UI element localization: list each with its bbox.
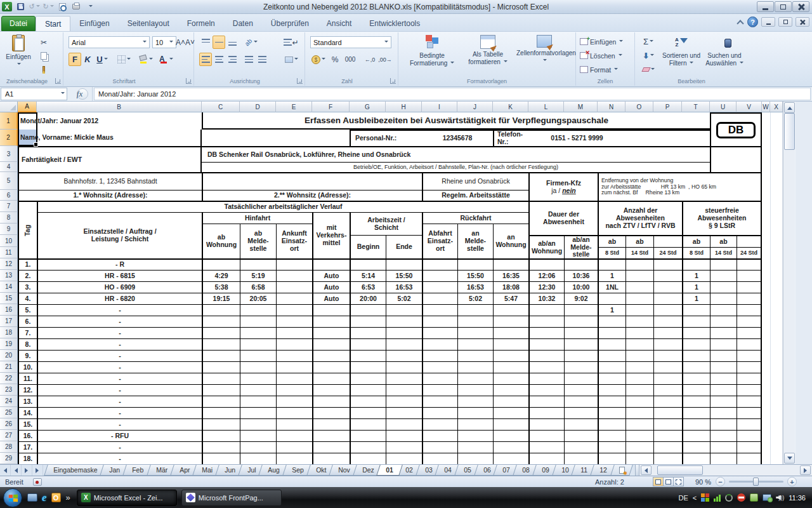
row-header-9[interactable]: 9 xyxy=(0,224,18,235)
column-header-I[interactable]: I xyxy=(422,102,457,112)
cell-T21[interactable] xyxy=(682,361,710,373)
column-header-T[interactable]: T xyxy=(682,102,710,112)
cell-K18[interactable] xyxy=(493,327,528,338)
cell-M25[interactable] xyxy=(564,407,598,418)
cell-V13[interactable] xyxy=(737,270,762,281)
column-header-M[interactable]: M xyxy=(564,102,598,112)
cell-L15[interactable]: 10:32 xyxy=(528,293,564,304)
copy-button[interactable] xyxy=(37,49,51,62)
row-header-18[interactable]: 18 xyxy=(0,327,18,338)
cell-J20[interactable] xyxy=(457,350,493,361)
cell-O17[interactable] xyxy=(625,316,653,327)
cell-K28[interactable] xyxy=(493,441,528,453)
cell-I29[interactable] xyxy=(422,453,457,464)
cell-H14[interactable]: 16:53 xyxy=(386,281,422,293)
column-header-G[interactable]: G xyxy=(350,102,386,112)
cell-B22[interactable]: - xyxy=(37,373,202,384)
workbook-close-button[interactable] xyxy=(796,17,809,27)
row-header-24[interactable]: 24 xyxy=(0,396,18,407)
cell-U16[interactable] xyxy=(710,304,737,316)
cell-K17[interactable] xyxy=(493,316,528,327)
cell-ab-u[interactable]: ab xyxy=(710,235,737,247)
cell-B20[interactable]: - xyxy=(37,350,202,361)
cell-M14[interactable]: 10:00 xyxy=(564,281,598,293)
cell-U13[interactable] xyxy=(710,270,737,281)
cell-V25[interactable] xyxy=(737,407,762,418)
cell-aban-meldestelle[interactable]: ab/an Melde- stelle xyxy=(564,235,598,258)
cell-U18[interactable] xyxy=(710,327,737,338)
cell-U12[interactable] xyxy=(710,258,737,270)
cell-aban-wohnung[interactable]: ab/an Wohnung xyxy=(528,235,564,258)
cell-N25[interactable] xyxy=(598,407,625,418)
cell-E16[interactable] xyxy=(276,304,312,316)
cell-ab-meldestelle[interactable]: ab Melde- stelle xyxy=(240,224,276,258)
tab-formeln[interactable]: Formeln xyxy=(178,16,224,31)
sort-filter-button[interactable]: AZ Sortieren und Filtern xyxy=(660,35,702,67)
cell-A2[interactable]: Name, Vorname: Mickie Maus xyxy=(18,130,202,146)
cell-M28[interactable] xyxy=(564,441,598,453)
cell-O20[interactable] xyxy=(625,350,653,361)
cell-N18[interactable] xyxy=(598,327,625,338)
cell-L17[interactable] xyxy=(528,316,564,327)
cell-F27[interactable] xyxy=(312,430,350,441)
cell-A1[interactable]: Monat/Jahr: Januar 2012 xyxy=(18,112,202,130)
cell-B16[interactable]: - xyxy=(37,304,202,316)
cell-M17[interactable] xyxy=(564,316,598,327)
cell-L26[interactable] xyxy=(528,418,564,430)
cell-C16[interactable] xyxy=(202,304,240,316)
cell-rueckfahrt[interactable]: Rückfahrt xyxy=(422,212,528,224)
cell-O19[interactable] xyxy=(625,338,653,350)
cell-J23[interactable] xyxy=(457,384,493,396)
cell-V19[interactable] xyxy=(737,338,762,350)
number-format-combo[interactable]: Standard xyxy=(310,36,391,48)
cell-V12[interactable] xyxy=(737,258,762,270)
cell-H17[interactable] xyxy=(386,316,422,327)
horizontal-scroll-thumb[interactable] xyxy=(657,465,703,475)
select-all-corner[interactable] xyxy=(0,102,18,112)
cell-tag-header[interactable]: Tag xyxy=(18,201,37,258)
cell-wohnsitz1[interactable]: 1.* Wohnsitz (Adresse): xyxy=(18,190,202,201)
cell-A24[interactable]: 13. xyxy=(18,396,37,407)
cell-V22[interactable] xyxy=(737,373,762,384)
grow-shrink-font-buttons[interactable]: A˄A˅ xyxy=(178,36,193,49)
cell-A28[interactable]: 17. xyxy=(18,441,37,453)
cell-O16[interactable] xyxy=(625,304,653,316)
tray-collapse-arrow[interactable]: < xyxy=(693,494,697,502)
outlook-icon[interactable]: O xyxy=(51,493,61,502)
cell-T19[interactable] xyxy=(682,338,710,350)
cell-I13[interactable] xyxy=(422,270,457,281)
tab-daten[interactable]: Daten xyxy=(224,16,262,31)
cell-blank-p[interactable] xyxy=(653,235,682,247)
cell-O27[interactable] xyxy=(625,430,653,441)
cell-J16[interactable] xyxy=(457,304,493,316)
cell-A23[interactable]: 12. xyxy=(18,384,37,396)
cell-N22[interactable] xyxy=(598,373,625,384)
cell-H29[interactable] xyxy=(386,453,422,464)
borders-button[interactable] xyxy=(115,53,132,66)
cell-L20[interactable] xyxy=(528,350,564,361)
cell-E21[interactable] xyxy=(276,361,312,373)
cell-std24-p[interactable]: 24 Std xyxy=(653,247,682,258)
cell-H22[interactable] xyxy=(386,373,422,384)
cell-H13[interactable]: 15:50 xyxy=(386,270,422,281)
cell-T12[interactable] xyxy=(682,258,710,270)
cell-F22[interactable] xyxy=(312,373,350,384)
cell-I15[interactable] xyxy=(422,293,457,304)
cell-A17[interactable]: 6. xyxy=(18,316,37,327)
cell-T15[interactable]: 1 xyxy=(682,293,710,304)
cell-B12[interactable]: - R xyxy=(37,258,202,270)
cut-button[interactable]: ✂ xyxy=(37,36,51,49)
cell-M23[interactable] xyxy=(564,384,598,396)
row-header-21[interactable]: 21 xyxy=(0,361,18,373)
cell-F29[interactable] xyxy=(312,453,350,464)
cell-A22[interactable]: 11. xyxy=(18,373,37,384)
cell-A12[interactable]: 1. xyxy=(18,258,37,270)
cell-P21[interactable] xyxy=(653,361,682,373)
cell-hinfahrt[interactable]: Hinfahrt xyxy=(202,212,312,224)
cell-E27[interactable] xyxy=(276,430,312,441)
cell-G16[interactable] xyxy=(350,304,386,316)
cell-T13[interactable]: 1 xyxy=(682,270,710,281)
format-cells-button[interactable]: Format xyxy=(580,63,632,76)
row-header-6[interactable]: 6 xyxy=(0,190,18,201)
macro-record-button[interactable] xyxy=(33,476,42,487)
